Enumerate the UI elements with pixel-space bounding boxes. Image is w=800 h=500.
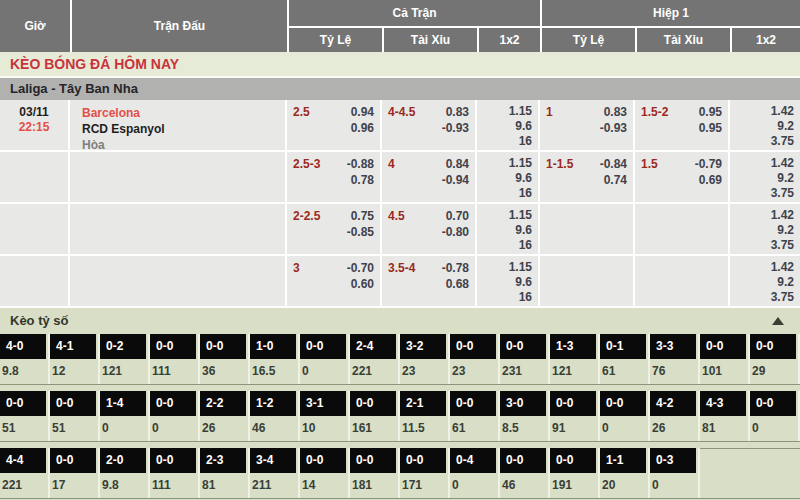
score-odds-cell[interactable]: 0-0181: [350, 448, 400, 498]
ft-overunder-cell[interactable]: 4.5 0.70 -0.80: [382, 204, 477, 254]
score-odds-cell[interactable]: 0-0111: [150, 448, 200, 498]
h1-1x2-cell[interactable]: 1.42 9.2 3.75: [730, 204, 800, 254]
score-label: 0-0: [750, 391, 796, 416]
score-label: 2-1: [400, 391, 446, 416]
score-odds-cell[interactable]: 0-051: [50, 391, 100, 441]
1x2-home-odds: 1.42: [730, 208, 794, 223]
score-odds-cell[interactable]: 0-091: [550, 391, 600, 441]
score-odds-cell[interactable]: 0-051: [0, 391, 50, 441]
score-odds-cell[interactable]: 0-0171: [400, 448, 450, 498]
score-odds-cell[interactable]: 0-0231: [500, 334, 550, 384]
match-cell[interactable]: Barcelona RCD Espanyol Hòa: [70, 100, 287, 153]
score-odds-cell[interactable]: 4-4221: [0, 448, 50, 498]
ft-1x2-cell[interactable]: 1.15 9.6 16: [477, 152, 540, 202]
score-odds-cell[interactable]: 4-09.8: [0, 334, 50, 384]
score-odds-cell[interactable]: 0-046: [500, 448, 550, 498]
score-odds-cell[interactable]: 0-017: [50, 448, 100, 498]
score-odds-cell[interactable]: 2-226: [200, 391, 250, 441]
ft-1x2-cell[interactable]: 1.15 9.6 16: [477, 100, 540, 153]
overunder-line: 1.5: [641, 156, 658, 172]
score-odds-cell[interactable]: 4-226: [650, 391, 700, 441]
handicap-odds-home: -0.88: [347, 156, 374, 172]
score-odds-cell[interactable]: 1-40: [100, 391, 150, 441]
overunder-line: 4-4.5: [388, 104, 415, 120]
ft-handicap-cell[interactable]: 2.5 0.94 0.96: [287, 100, 382, 153]
score-odds-cell[interactable]: 1-3121: [550, 334, 600, 384]
score-odds-cell[interactable]: 0-014: [300, 448, 350, 498]
col-header-ft-overunder: Tài Xỉu: [384, 28, 477, 52]
score-odds-cell[interactable]: 2-4221: [350, 334, 400, 384]
handicap-odds-home: 0.75: [351, 208, 374, 224]
score-odds-cell[interactable]: 4-381: [700, 391, 750, 441]
score-odds-cell[interactable]: 3-223: [400, 334, 450, 384]
score-row: 0-0510-0511-400-002-2261-2463-1100-01612…: [0, 391, 800, 442]
ft-overunder-cell[interactable]: 3.5-4 -0.78 0.68: [382, 256, 477, 306]
collapse-arrow-icon[interactable]: [772, 317, 784, 325]
score-odds-cell[interactable]: 4-112: [50, 334, 100, 384]
score-odds-cell[interactable]: 0-0111: [150, 334, 200, 384]
score-odds-cell[interactable]: 0-40: [450, 448, 500, 498]
h1-overunder-cell[interactable]: 1.5 -0.79 0.69: [635, 152, 730, 202]
score-odds-value: 61: [450, 416, 498, 441]
col-header-h1-overunder: Tài Xỉu: [637, 28, 730, 52]
score-label: 0-3: [650, 448, 696, 473]
score-odds-cell[interactable]: 1-016.5: [250, 334, 300, 384]
h1-1x2-cell[interactable]: 1.42 9.2 3.75: [730, 100, 800, 153]
away-team[interactable]: RCD Espanyol: [82, 121, 285, 137]
score-odds-cell[interactable]: 3-4211: [250, 448, 300, 498]
ft-1x2-cell[interactable]: 1.15 9.6 16: [477, 204, 540, 254]
score-odds-cell[interactable]: 0-161: [600, 334, 650, 384]
h1-1x2-cell[interactable]: 1.42 9.2 3.75: [730, 152, 800, 202]
score-odds-value: 0: [750, 416, 798, 441]
score-odds-value: 51: [50, 416, 98, 441]
score-odds-cell[interactable]: 3-08.5: [500, 391, 550, 441]
score-odds-cell[interactable]: 1-246: [250, 391, 300, 441]
ft-handicap-cell[interactable]: 3 -0.70 0.60: [287, 256, 382, 306]
score-label: 0-0: [200, 334, 246, 359]
score-odds-cell[interactable]: 0-061: [450, 391, 500, 441]
score-odds-cell[interactable]: 0-00: [300, 334, 350, 384]
score-odds-cell[interactable]: 0-0161: [350, 391, 400, 441]
score-odds-cell[interactable]: 0-30: [650, 448, 700, 498]
home-team[interactable]: Barcelona: [82, 105, 285, 121]
score-label: 4-0: [0, 334, 46, 359]
col-header-h1-handicap: Tỷ Lệ: [542, 28, 635, 52]
score-odds-cell[interactable]: 0-036: [200, 334, 250, 384]
score-odds-cell[interactable]: 0-00: [600, 391, 650, 441]
score-odds-value: 161: [350, 416, 398, 441]
1x2-home-odds: 1.15: [477, 208, 532, 223]
score-label: 4-3: [700, 391, 746, 416]
match-cell: [70, 256, 287, 306]
score-odds-value: 0: [600, 416, 648, 441]
under-odds: 0.69: [641, 172, 722, 188]
col-header-full-match: Cả Trận: [289, 0, 540, 26]
ft-overunder-cell[interactable]: 4 0.84 -0.94: [382, 152, 477, 202]
ft-handicap-cell[interactable]: 2.5-3 -0.88 0.78: [287, 152, 382, 202]
score-odds-cell[interactable]: 0-2121: [100, 334, 150, 384]
score-odds-cell[interactable]: 0-00: [750, 391, 800, 441]
h1-1x2-cell[interactable]: 1.42 9.2 3.75: [730, 256, 800, 306]
score-odds-cell[interactable]: 2-111.5: [400, 391, 450, 441]
score-label: 4-4: [0, 448, 46, 473]
score-odds-cell[interactable]: 3-110: [300, 391, 350, 441]
score-odds-value: 221: [0, 473, 48, 498]
score-odds-cell[interactable]: 1-120: [600, 448, 650, 498]
score-odds-value: 9.8: [0, 359, 48, 384]
score-odds-cell[interactable]: 2-381: [200, 448, 250, 498]
ft-overunder-cell[interactable]: 4-4.5 0.83 -0.93: [382, 100, 477, 153]
score-odds-cell[interactable]: 2-09.8: [100, 448, 150, 498]
score-label: 0-0: [600, 391, 646, 416]
h1-handicap-cell[interactable]: 1 0.83 -0.93: [540, 100, 635, 153]
score-odds-value: 26: [200, 416, 248, 441]
score-odds-cell[interactable]: 3-376: [650, 334, 700, 384]
ft-1x2-cell[interactable]: 1.15 9.6 16: [477, 256, 540, 306]
score-odds-cell[interactable]: 0-0101: [700, 334, 750, 384]
h1-overunder-cell[interactable]: 1.5-2 0.95 0.95: [635, 100, 730, 153]
score-odds-cell[interactable]: 0-023: [450, 334, 500, 384]
score-label: 3-3: [650, 334, 696, 359]
h1-handicap-cell[interactable]: 1-1.5 -0.84 0.74: [540, 152, 635, 202]
score-odds-cell[interactable]: 0-00: [150, 391, 200, 441]
score-odds-cell[interactable]: 0-029: [750, 334, 800, 384]
score-odds-cell[interactable]: 0-0191: [550, 448, 600, 498]
ft-handicap-cell[interactable]: 2-2.5 0.75 -0.85: [287, 204, 382, 254]
